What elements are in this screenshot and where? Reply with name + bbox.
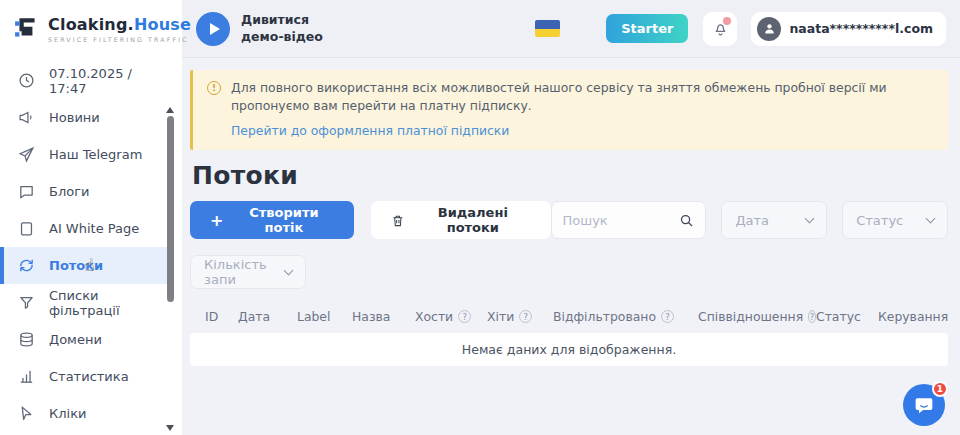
- column-header-filtered: Відфільтровано?: [553, 309, 698, 324]
- sidebar-scrollbar[interactable]: [169, 52, 179, 435]
- deleted-streams-button[interactable]: Видалені потоки: [371, 201, 550, 239]
- brand-tagline: SERVICE FILTERING TRAFFIC: [48, 36, 191, 43]
- actions-row: + Створити потік Видалені потоки Дата Ст…: [190, 201, 948, 239]
- clock-icon: [18, 72, 36, 90]
- status-filter-label: Статус: [856, 213, 903, 228]
- avatar: [757, 17, 781, 41]
- flag-yellow-stripe: [535, 29, 560, 38]
- logo[interactable]: Cloaking.House SERVICE FILTERING TRAFFIC: [0, 0, 182, 58]
- sidebar-item-label: Кліки: [49, 406, 86, 421]
- sidebar-item-clicks[interactable]: Кліки: [0, 395, 168, 432]
- sidebar-item-label: Статистика: [49, 369, 129, 384]
- date-filter-dropdown[interactable]: Дата: [721, 201, 827, 239]
- chevron-down-icon: [926, 214, 936, 224]
- banner-text: Для повного використання всіх можливосте…: [231, 79, 931, 114]
- demo-video-label[interactable]: Дивитися демо-відео: [241, 12, 323, 46]
- flag-blue-stripe: [535, 20, 560, 29]
- content: ! Для повного використання всіх можливос…: [182, 58, 960, 366]
- column-header-label: Label: [297, 309, 352, 324]
- user-account-menu[interactable]: naata**********l.com: [751, 12, 946, 46]
- sidebar-item-datetime: 07.10.2025 / 17:47: [0, 62, 168, 99]
- page-title: Потоки: [192, 161, 948, 190]
- sidebar-item-streams[interactable]: Потоки: [0, 247, 168, 284]
- person-icon: [763, 22, 776, 35]
- sidebar-item-label: Наш Telegram: [49, 147, 142, 162]
- warning-icon: !: [207, 81, 221, 95]
- sidebar-item-filter-lists[interactable]: Списки фільтрації: [0, 284, 168, 321]
- plan-badge[interactable]: Starter: [606, 14, 688, 43]
- column-header-manage: Керування: [878, 309, 948, 324]
- topbar: Дивитися демо-відео Starter naata*******…: [182, 0, 960, 58]
- paper-plane-icon: [18, 146, 36, 164]
- user-email: naata**********l.com: [789, 21, 933, 36]
- sidebar-item-label: Списки фільтрації: [49, 288, 168, 318]
- chevron-down-icon: [284, 266, 294, 276]
- sidebar-item-news[interactable]: Новини: [0, 99, 168, 136]
- search-input[interactable]: [563, 213, 680, 228]
- create-stream-button[interactable]: + Створити потік: [190, 201, 354, 239]
- sidebar-item-domains[interactable]: Домени: [0, 321, 168, 358]
- sidebar: Cloaking.House SERVICE FILTERING TRAFFIC…: [0, 0, 182, 435]
- chat-widget-icon: [914, 395, 934, 415]
- sidebar-item-statistics[interactable]: Статистика: [0, 358, 168, 395]
- column-header-name: Назва: [352, 309, 415, 324]
- trial-warning-banner: ! Для повного використання всіх можливос…: [190, 70, 948, 150]
- records-count-label: Кількість запи: [204, 257, 285, 287]
- scroll-down-arrow-icon[interactable]: [166, 425, 174, 431]
- records-count-dropdown[interactable]: Кількість запи: [190, 255, 306, 289]
- sidebar-item-label: Блоги: [49, 184, 89, 199]
- notifications-button[interactable]: [703, 12, 737, 46]
- column-header-ratio: Співвідношення?: [698, 309, 816, 324]
- chevron-down-icon: [805, 214, 815, 224]
- plus-icon: +: [210, 211, 223, 230]
- sidebar-item-label: Потоки: [49, 258, 103, 273]
- sidebar-item-blogs[interactable]: Блоги: [0, 173, 168, 210]
- table-empty-state: Немає даних для відображення.: [190, 333, 948, 366]
- sidebar-nav: 07.10.2025 / 17:47 Новини Наш Telegram Б…: [0, 62, 182, 432]
- sync-icon: [18, 257, 36, 275]
- megaphone-icon: [18, 109, 36, 127]
- language-flag-ukraine[interactable]: [535, 20, 560, 37]
- support-chat-button[interactable]: 1: [903, 384, 945, 426]
- scrollbar-thumb[interactable]: [167, 116, 174, 302]
- funnel-icon: [18, 294, 36, 312]
- sidebar-item-label: Новини: [49, 110, 100, 125]
- column-header-hits: Хіти?: [487, 309, 553, 324]
- brand-logo-icon: [14, 16, 40, 42]
- streams-table-header: ID Дата Label Назва Хости? Хіти? Відфіль…: [190, 309, 948, 324]
- sidebar-item-ai-white-page[interactable]: AI White Page: [0, 210, 168, 247]
- database-icon: [18, 331, 36, 349]
- search-box[interactable]: [551, 201, 707, 239]
- trash-icon: [391, 213, 405, 228]
- date-filter-label: Дата: [735, 213, 769, 228]
- help-icon[interactable]: ?: [808, 310, 816, 323]
- status-filter-dropdown[interactable]: Статус: [842, 201, 948, 239]
- demo-video-play-button[interactable]: [196, 12, 230, 46]
- column-header-status: Статус: [816, 309, 878, 324]
- cursor-icon: [18, 405, 36, 423]
- chat-unread-badge: 1: [932, 381, 948, 397]
- sidebar-item-telegram[interactable]: Наш Telegram: [0, 136, 168, 173]
- sidebar-item-label: Домени: [49, 332, 102, 347]
- subscribe-link[interactable]: Перейти до оформлення платної підписки: [231, 123, 509, 138]
- chat-bubble-icon: [18, 183, 36, 201]
- brand-name: Cloaking.House: [48, 15, 191, 34]
- sidebar-item-label: 07.10.2025 / 17:47: [49, 66, 168, 96]
- column-header-date: Дата: [238, 309, 297, 324]
- help-icon[interactable]: ?: [519, 310, 532, 323]
- play-icon: [210, 23, 220, 35]
- help-icon[interactable]: ?: [661, 310, 674, 323]
- notification-dot: [723, 17, 731, 25]
- page-icon: [18, 220, 36, 238]
- column-header-id: ID: [205, 309, 238, 324]
- scroll-up-arrow-icon[interactable]: [166, 107, 174, 113]
- help-icon[interactable]: ?: [458, 310, 471, 323]
- count-row: Кількість запи: [190, 254, 948, 289]
- bar-chart-icon: [18, 368, 36, 386]
- sidebar-item-label: AI White Page: [49, 221, 139, 236]
- main-area: Дивитися демо-відео Starter naata*******…: [182, 0, 960, 435]
- column-header-hosts: Хости?: [415, 309, 487, 324]
- search-icon: [679, 213, 694, 228]
